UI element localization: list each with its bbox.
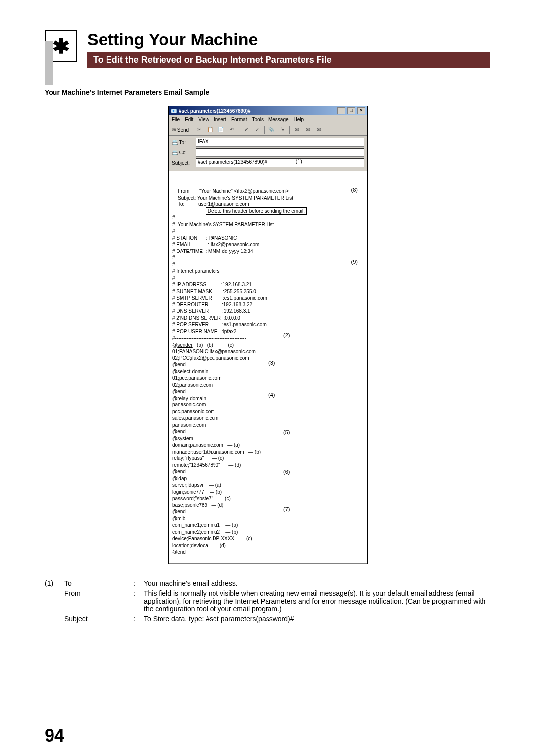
callout-3: (3) [268, 359, 275, 367]
undo-icon[interactable]: ↶ [228, 126, 236, 134]
copy-icon[interactable]: 📋 [206, 126, 214, 134]
to-label: 📇 To: [172, 140, 193, 145]
cc-input[interactable] [196, 148, 364, 157]
app-icon: 📧 [171, 108, 177, 114]
send-button[interactable]: ✉ Send [172, 127, 189, 133]
page-title: Setting Your Machine [87, 30, 490, 49]
mail1-icon[interactable]: ✉ [293, 126, 301, 134]
callout-4: (4) [268, 391, 275, 399]
menu-edit[interactable]: Edit [185, 117, 193, 122]
spell-icon[interactable]: ✓ [253, 126, 261, 134]
subject-input[interactable]: #set parameters(1234567890)# [196, 158, 364, 167]
check-icon[interactable]: ✔ [242, 126, 250, 134]
close-button[interactable]: × [357, 107, 365, 114]
maximize-button[interactable]: □ [347, 107, 355, 114]
cc-label: 📇 Cc: [172, 150, 193, 155]
callout-9: (9) [351, 258, 358, 266]
cut-icon[interactable]: ✂ [195, 126, 203, 134]
menu-file[interactable]: File [172, 117, 180, 122]
menu-help[interactable]: Help [294, 117, 304, 122]
minimize-button[interactable]: _ [337, 107, 345, 114]
attach-icon[interactable]: 📎 [268, 126, 275, 134]
legend-desc: Your machine's email address. [144, 579, 490, 587]
menubar: File Edit View Insert Format Tools Messa… [169, 115, 367, 124]
to-input[interactable]: IFAX [196, 138, 364, 147]
subject-label: Subject: [172, 160, 193, 166]
callout-1: (1) [296, 158, 302, 164]
legend-row: From : This field is normally not visibl… [45, 589, 490, 613]
window-title: #set parameters(1234567890)# [179, 108, 337, 114]
legend-label: To [64, 579, 134, 587]
menu-message[interactable]: Message [268, 117, 289, 122]
callout-2: (2) [283, 332, 290, 339]
email-window: 📧 #set parameters(1234567890)# _ □ × Fil… [168, 106, 368, 564]
titlebar: 📧 #set parameters(1234567890)# _ □ × [169, 106, 367, 115]
callout-7: (7) [283, 506, 290, 513]
email-body[interactable]: From "Your Machine" <ifax2@panasonic.com… [169, 171, 367, 564]
legend: (1) To : Your machine's email address. F… [45, 579, 490, 623]
menu-insert[interactable]: Insert [214, 117, 226, 122]
page-subtitle: To Edit the Retrieved or Backup Internet… [87, 52, 490, 68]
mail3-icon[interactable]: ✉ [315, 126, 322, 134]
paste-icon[interactable]: 📄 [217, 126, 225, 134]
side-accent-bar [45, 41, 53, 85]
callout-6: (6) [283, 468, 290, 476]
priority-icon[interactable]: !▾ [278, 126, 286, 134]
menu-tools[interactable]: Tools [252, 117, 264, 122]
callout-5: (5) [283, 429, 290, 436]
legend-row: (1) To : Your machine's email address. [45, 579, 490, 587]
menu-view[interactable]: View [198, 117, 209, 122]
mail2-icon[interactable]: ✉ [304, 126, 312, 134]
callout-8: (8) [351, 186, 358, 194]
legend-num: (1) [45, 579, 64, 587]
legend-row: Subject : To Store data, type: #set para… [45, 615, 490, 623]
sample-label: Your Machine's Internet Parameters Email… [45, 88, 490, 96]
toolbar: ✉ Send ✂ 📋 📄 ↶ ✔ ✓ 📎 !▾ ✉ ✉ ✉ [169, 124, 367, 136]
menu-format[interactable]: Format [231, 117, 247, 122]
